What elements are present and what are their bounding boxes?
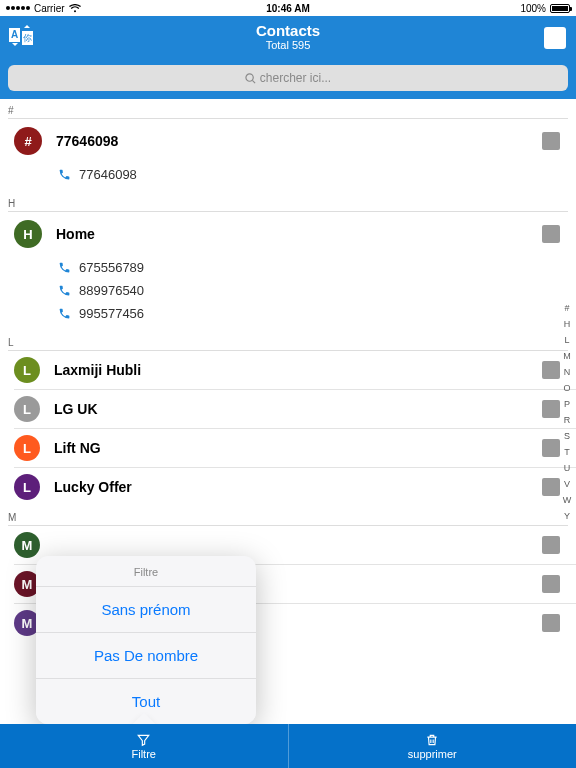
contact-row[interactable]: L Lucky Offer xyxy=(0,468,576,506)
svg-text:你: 你 xyxy=(23,33,32,43)
checkbox[interactable] xyxy=(542,575,560,593)
avatar: L xyxy=(14,474,40,500)
translate-button[interactable]: A 你 xyxy=(8,25,36,51)
clock: 10:46 AM xyxy=(266,3,310,14)
section-header-m: M xyxy=(0,506,576,525)
carrier-label: Carrier xyxy=(34,3,65,14)
contact-row[interactable]: L LG UK xyxy=(0,390,576,428)
avatar: L xyxy=(14,357,40,383)
filter-option-no-number[interactable]: Pas De nombre xyxy=(36,632,256,678)
popover-title: Filtre xyxy=(36,556,256,586)
search-bar-wrap: chercher ici... xyxy=(0,60,576,99)
battery-pct: 100% xyxy=(520,3,546,14)
svg-point-4 xyxy=(246,73,253,80)
section-header-h: H xyxy=(0,192,576,211)
page-subtitle: Total 595 xyxy=(266,38,311,52)
checkbox[interactable] xyxy=(542,132,560,150)
battery-icon xyxy=(550,4,570,13)
search-icon xyxy=(245,73,256,84)
filter-popover: Filtre Sans prénom Pas De nombre Tout xyxy=(36,556,256,724)
phone-icon xyxy=(58,261,71,274)
checkbox[interactable] xyxy=(542,400,560,418)
contact-name: 77646098 xyxy=(56,133,542,149)
checkbox[interactable] xyxy=(542,536,560,554)
filter-option-all[interactable]: Tout xyxy=(36,678,256,724)
search-placeholder: chercher ici... xyxy=(260,71,331,85)
phone-row[interactable]: 889976540 xyxy=(0,279,576,302)
checkbox[interactable] xyxy=(542,439,560,457)
checkbox[interactable] xyxy=(542,478,560,496)
checkbox[interactable] xyxy=(542,361,560,379)
page-title: Contacts xyxy=(256,23,320,38)
svg-line-5 xyxy=(252,80,255,83)
checkbox[interactable] xyxy=(542,225,560,243)
header-action-button[interactable] xyxy=(544,27,566,49)
delete-label: supprimer xyxy=(408,748,457,760)
search-input[interactable]: chercher ici... xyxy=(8,65,568,91)
filter-button[interactable]: Filtre xyxy=(0,724,288,768)
contact-name: LG UK xyxy=(54,401,542,417)
phone-icon xyxy=(58,284,71,297)
phone-row[interactable]: 675556789 xyxy=(0,256,576,279)
wifi-icon xyxy=(69,4,81,13)
contact-name: Lucky Offer xyxy=(54,479,542,495)
delete-button[interactable]: supprimer xyxy=(289,724,577,768)
contact-row[interactable]: L Lift NG xyxy=(0,429,576,467)
phone-icon xyxy=(58,168,71,181)
phone-number: 889976540 xyxy=(79,283,144,298)
avatar: L xyxy=(14,435,40,461)
phone-row[interactable]: 995577456 xyxy=(0,302,576,325)
phone-row[interactable]: 77646098 xyxy=(0,163,576,186)
phone-number: 77646098 xyxy=(79,167,137,182)
phone-icon xyxy=(58,307,71,320)
app-header: A 你 Contacts Total 595 xyxy=(0,16,576,60)
contact-row[interactable]: L Laxmiji Hubli xyxy=(0,351,576,389)
checkbox[interactable] xyxy=(542,614,560,632)
section-header-l: L xyxy=(0,331,576,350)
avatar: L xyxy=(14,396,40,422)
funnel-icon xyxy=(136,733,151,747)
contact-name: Laxmiji Hubli xyxy=(54,362,542,378)
phone-number: 675556789 xyxy=(79,260,144,275)
trash-icon xyxy=(425,733,439,747)
section-header-hash: # xyxy=(0,99,576,118)
contact-row[interactable]: H Home xyxy=(0,212,576,256)
bottom-toolbar: Filtre supprimer xyxy=(0,724,576,768)
contact-name: Lift NG xyxy=(54,440,542,456)
avatar: H xyxy=(14,220,42,248)
avatar: # xyxy=(14,127,42,155)
svg-text:A: A xyxy=(11,29,18,40)
contact-row[interactable]: # 77646098 xyxy=(0,119,576,163)
signal-dots-icon xyxy=(6,6,30,10)
phone-number: 995577456 xyxy=(79,306,144,321)
status-bar: Carrier 10:46 AM 100% xyxy=(0,0,576,16)
filter-label: Filtre xyxy=(132,748,156,760)
avatar: M xyxy=(14,532,40,558)
contact-name: Home xyxy=(56,226,542,242)
filter-option-no-firstname[interactable]: Sans prénom xyxy=(36,586,256,632)
